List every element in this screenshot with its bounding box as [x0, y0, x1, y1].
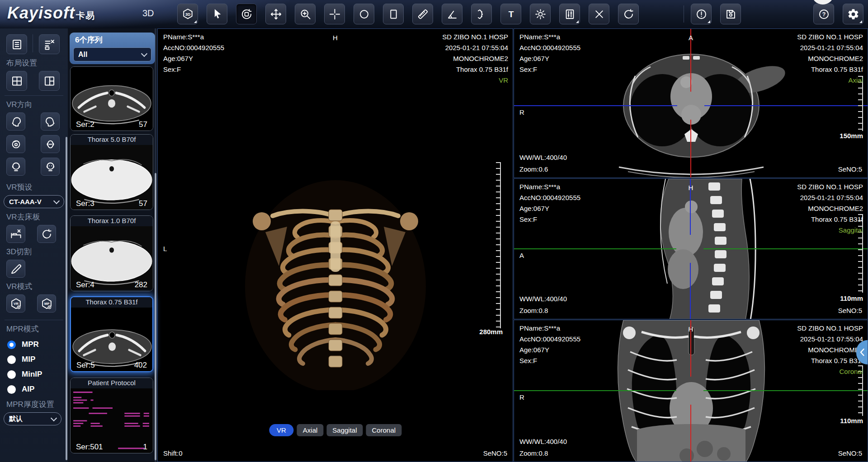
vr-mode-button[interactable]: VR — [6, 294, 25, 313]
sagittal-viewport[interactable]: PName:S***a AccNO:0004920555 Age:067Y Se… — [514, 178, 868, 319]
series-description: Thorax 0.75 B31f — [797, 64, 863, 75]
series-scrollbar-track[interactable] — [155, 28, 156, 462]
patient-age: Age:067Y — [519, 53, 580, 64]
mip-mode-button[interactable]: MIP — [37, 294, 56, 313]
mpr-radio-aip[interactable]: AIP — [0, 385, 68, 394]
reset-bed-button[interactable] — [37, 225, 56, 243]
help-button[interactable]: ? — [813, 4, 834, 24]
vr-head-left-button[interactable] — [6, 112, 25, 131]
patient-info-block: PName:S***a AccNO:0004920555 Age:067Y Se… — [519, 323, 580, 366]
series-filter-dropdown[interactable]: All — [73, 47, 151, 61]
crosshair-horizontal-right[interactable] — [703, 390, 868, 391]
view-button-axial[interactable]: Axial — [297, 424, 324, 436]
series-no-indicator: SeNO:5 — [483, 448, 507, 459]
prompt-info-button[interactable] — [691, 4, 712, 24]
3d-cut-button[interactable] — [6, 260, 25, 278]
vr-head-right-button[interactable] — [41, 112, 60, 131]
series-scrollbar-thumb[interactable] — [155, 173, 156, 460]
vr-head-top-button[interactable] — [6, 135, 25, 153]
ruler-button[interactable] — [412, 4, 433, 24]
series-thumbnail-selected[interactable]: Thorax 0.75 B31f Ser:5 402 — [70, 296, 153, 372]
view-button-vr[interactable]: VR — [269, 424, 294, 436]
pan-button[interactable] — [265, 4, 286, 24]
text-annotation-button[interactable]: T — [500, 4, 521, 24]
rotate-3d-icon — [241, 8, 253, 20]
cobb-angle-button[interactable] — [471, 4, 492, 24]
zoom-indicator: Zoom:0.6 — [519, 164, 548, 175]
layout-grid-icon — [11, 75, 23, 87]
angle-button[interactable] — [442, 4, 462, 24]
save-button[interactable] — [720, 4, 741, 24]
scale-ruler-label: 280mm — [479, 328, 503, 336]
crosshair-horizontal-left[interactable] — [514, 390, 676, 391]
series-number: Ser:4 — [76, 280, 94, 289]
crosshair-vertical-bottom[interactable] — [690, 405, 691, 462]
reset-icon — [623, 8, 635, 20]
svg-text:VR: VR — [14, 302, 19, 306]
3d-cube-icon: 3D — [182, 8, 194, 20]
vr-hexagon-icon: VR — [10, 298, 22, 310]
image-count: 57 — [139, 199, 147, 208]
series-thumbnail[interactable]: Thorax 1.0 B70f Ser:4 282 — [70, 215, 153, 291]
rectangle-measure-button[interactable] — [383, 4, 404, 24]
shift-indicator: Shift:0 — [163, 448, 183, 459]
mpr-radio-mip[interactable]: MIP — [0, 355, 68, 364]
photometric: MONOCHROME2 — [797, 203, 863, 214]
vr-head-back-button[interactable] — [6, 158, 25, 176]
vr-viewport[interactable]: PName:S***a AccNO:0004920555 Age:067Y Se… — [157, 28, 513, 462]
settings-button[interactable] — [843, 4, 863, 24]
toolbar-separator — [684, 5, 684, 23]
rotate-3d-button[interactable] — [236, 4, 257, 24]
remove-bed-button[interactable] — [6, 225, 25, 243]
close-series-button[interactable] — [39, 34, 60, 54]
crosshair-horizontal-left[interactable] — [514, 248, 676, 249]
sidebar-divider-small — [33, 34, 33, 52]
3d-mode-button[interactable]: 3D — [177, 4, 198, 24]
coronal-viewport[interactable]: PName:S***a AccNO:0004920555 Age:067Y Se… — [514, 320, 868, 462]
vr-head-front-button[interactable] — [41, 158, 60, 176]
mpr-radio-minip[interactable]: MinIP — [0, 370, 68, 379]
layout-settings-label: 布局设置 — [0, 58, 68, 68]
series-thumbnail[interactable]: Patient Protocol Ser:501 1 — [70, 378, 153, 453]
series-list-button[interactable] — [6, 34, 27, 54]
mpr-radio-mpr[interactable]: MPR — [0, 340, 68, 349]
patient-info-block: PName:S***a AccNO:0004920555 Age:067Y Se… — [163, 32, 224, 75]
top-bar: Kayisoft卡易 3D 3D — [0, 0, 868, 28]
select-cursor-button[interactable] — [207, 4, 227, 24]
svg-text:3D: 3D — [185, 12, 190, 16]
mip-hexagon-icon: MIP — [41, 298, 53, 310]
crosshair-horizontal-right[interactable] — [704, 105, 868, 106]
crosshair-vertical-bottom[interactable] — [690, 263, 691, 319]
vr-head-bottom-button[interactable] — [41, 135, 60, 153]
patient-sex: Sex:F — [163, 64, 224, 75]
reset-button[interactable] — [618, 4, 639, 24]
series-thumbnail[interactable]: Thorax 5.0 B70f Ser:3 57 — [70, 134, 153, 210]
axial-viewport[interactable]: PName:S***a AccNO:0004920555 Age:067Y Se… — [514, 28, 868, 178]
brightness-button[interactable] — [530, 4, 551, 24]
mpr-thickness-dropdown[interactable]: 默认 — [4, 412, 61, 425]
crosshair-horizontal-left[interactable] — [514, 105, 677, 106]
mpr-thickness-value: 默认 — [9, 415, 23, 423]
photometric: MONOCHROME2 — [442, 53, 508, 64]
series-thumbnail[interactable]: Ser:2 57 — [70, 66, 153, 131]
crosshair-horizontal-right[interactable] — [703, 248, 868, 249]
orientation-marker-top: H — [689, 182, 693, 193]
hospital-name: SD ZIBO NO.1 HOSP — [797, 32, 863, 42]
delete-x-icon — [593, 8, 605, 20]
view-button-saggital[interactable]: Saggital — [326, 424, 363, 436]
crosshair-button[interactable] — [324, 4, 345, 24]
sidebar-divider-2 — [5, 320, 63, 320]
patient-age: Age:067Y — [163, 53, 224, 64]
toolbar-right-group: ? — [813, 4, 863, 24]
crosshair-vertical-bottom[interactable] — [690, 120, 691, 177]
zoom-in-button[interactable] — [295, 4, 316, 24]
layout-grid-button[interactable] — [6, 71, 27, 91]
series-number: Ser:501 — [76, 443, 103, 452]
window-level-button[interactable] — [559, 4, 580, 24]
sidebar-scrollbar[interactable] — [66, 137, 67, 460]
delete-button[interactable] — [589, 4, 609, 24]
view-button-coronal[interactable]: Coronal — [366, 424, 402, 436]
ellipse-measure-button[interactable] — [354, 4, 374, 24]
layout-split-button[interactable] — [39, 71, 60, 91]
vr-preset-dropdown[interactable]: CT-AAA-V — [4, 195, 64, 208]
